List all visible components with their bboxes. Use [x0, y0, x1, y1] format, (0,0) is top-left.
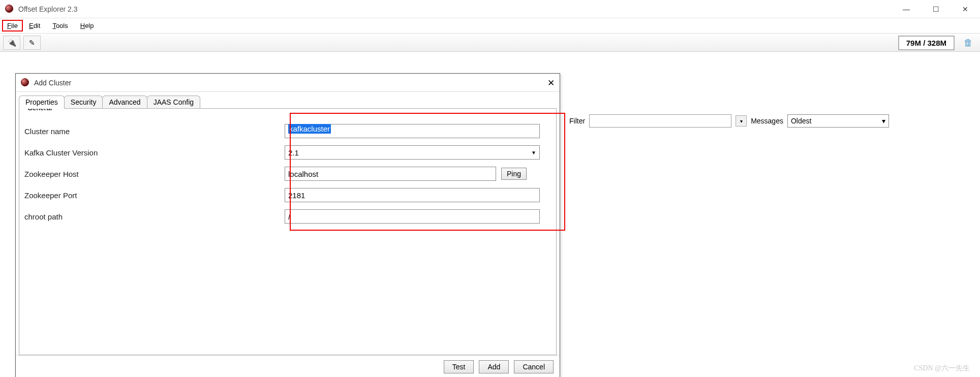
- menu-bar: File Edit Tools Help: [0, 18, 980, 34]
- memory-status: 79M / 328M: [898, 36, 955, 50]
- add-connection-button[interactable]: 🔌: [3, 36, 20, 50]
- cancel-button[interactable]: Cancel: [514, 360, 554, 373]
- messages-label: Messages: [751, 117, 783, 125]
- label-kafka-version: Kafka Cluster Version: [24, 148, 285, 157]
- window-controls: — ☐ ✕: [892, 0, 980, 18]
- label-chroot-path: chroot path: [24, 212, 285, 221]
- maximize-button[interactable]: ☐: [921, 0, 951, 18]
- menu-tools[interactable]: Tools: [46, 20, 74, 32]
- test-button[interactable]: Test: [444, 360, 474, 373]
- chevron-down-icon: ▾: [882, 117, 885, 125]
- app-icon: [21, 78, 30, 87]
- highlight-box: [290, 113, 565, 231]
- dialog-tabs: Properties Security Advanced JAAS Config: [16, 92, 560, 108]
- dialog-title: Add Cluster: [34, 79, 71, 87]
- dialog-close-button[interactable]: ✕: [547, 78, 555, 88]
- edit-button[interactable]: ✎: [23, 36, 41, 50]
- menu-file[interactable]: File: [2, 20, 23, 32]
- toolbar: 🔌 ✎ 79M / 328M 🗑: [0, 34, 980, 52]
- tab-advanced[interactable]: Advanced: [102, 96, 147, 109]
- filter-toolbar: Filter ▾ Messages Oldest ▾: [569, 114, 889, 128]
- filter-input[interactable]: [589, 114, 731, 128]
- close-button[interactable]: ✕: [951, 0, 980, 18]
- app-title: Offset Explorer 2.3: [18, 5, 77, 13]
- tab-properties[interactable]: Properties: [19, 96, 65, 109]
- add-cluster-dialog: Add Cluster ✕ Properties Security Advanc…: [15, 73, 560, 377]
- menu-help[interactable]: Help: [74, 20, 100, 32]
- label-zookeeper-port: Zookeeper Port: [24, 191, 285, 200]
- label-zookeeper-host: Zookeeper Host: [24, 170, 285, 178]
- messages-selected-value: Oldest: [791, 117, 811, 125]
- menu-file-label: ile: [11, 22, 18, 29]
- watermark: CSDN @六一先生: [914, 364, 970, 373]
- messages-select[interactable]: Oldest ▾: [787, 114, 889, 128]
- filter-label: Filter: [569, 117, 585, 125]
- app-icon: [5, 5, 14, 14]
- dialog-footer: Test Add Cancel: [16, 355, 560, 377]
- chevron-down-icon: ▾: [740, 118, 743, 124]
- pencil-icon: ✎: [29, 39, 35, 47]
- dialog-titlebar: Add Cluster ✕: [16, 74, 560, 92]
- menu-edit[interactable]: Edit: [23, 20, 46, 32]
- filter-dropdown-button[interactable]: ▾: [736, 115, 747, 127]
- add-button[interactable]: Add: [479, 360, 509, 373]
- tab-body-properties: General Cluster name kafkacluster Kafka …: [19, 108, 557, 355]
- minimize-button[interactable]: —: [892, 0, 921, 18]
- main-titlebar: Offset Explorer 2.3 — ☐ ✕: [0, 0, 980, 18]
- plug-plus-icon: 🔌: [8, 39, 16, 47]
- trash-icon[interactable]: 🗑: [964, 38, 973, 48]
- tab-jaas-config[interactable]: JAAS Config: [147, 96, 200, 109]
- tab-security[interactable]: Security: [64, 96, 103, 109]
- label-cluster-name: Cluster name: [24, 127, 285, 136]
